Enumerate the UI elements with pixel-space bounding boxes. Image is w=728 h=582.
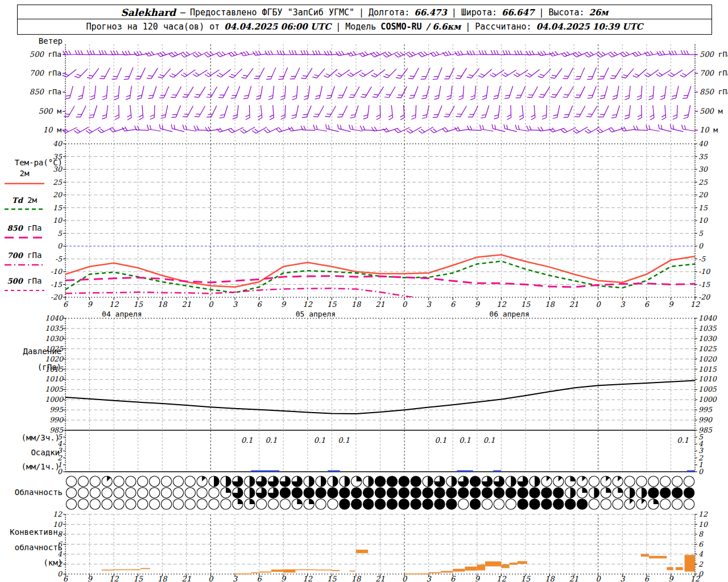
wind-level-label-850-гПа: 850 гПа (700, 88, 728, 96)
svg-text:5: 5 (57, 229, 63, 238)
svg-text:1030: 1030 (698, 334, 717, 343)
svg-text:1040: 1040 (45, 314, 64, 322)
convective-cloud-block (676, 567, 683, 570)
svg-text:12: 12 (109, 575, 119, 582)
svg-text:6: 6 (57, 540, 63, 548)
svg-text:12: 12 (303, 300, 312, 309)
svg-text:15: 15 (698, 203, 708, 212)
wind-barbs-row-500гПа (63, 50, 696, 57)
cloud-row-1 (66, 476, 694, 487)
wind-barbs-row-850гПа (65, 86, 691, 100)
convective-cloud-block (283, 569, 295, 573)
wind-level-label-500-гПа: 500 гПа (700, 50, 728, 59)
svg-text:6: 6 (257, 300, 262, 309)
convective-cloud-block (429, 572, 441, 573)
svg-text:12: 12 (497, 300, 506, 309)
svg-text:6: 6 (63, 575, 69, 582)
svg-text:3: 3 (620, 300, 626, 309)
svg-text:15: 15 (327, 300, 337, 309)
svg-text:21: 21 (569, 575, 579, 582)
svg-text:8: 8 (57, 530, 63, 538)
svg-text:6: 6 (63, 300, 69, 309)
svg-text:0.1: 0.1 (266, 436, 278, 444)
svg-text:6: 6 (644, 575, 650, 582)
convective-blocks (102, 550, 695, 574)
svg-text:0.1: 0.1 (483, 436, 495, 444)
svg-text:6: 6 (450, 300, 456, 309)
svg-text:1020: 1020 (45, 355, 64, 363)
svg-text:1020: 1020 (698, 355, 717, 363)
svg-text:18: 18 (158, 575, 168, 582)
svg-text:2: 2 (57, 560, 63, 568)
svg-text:21: 21 (375, 575, 385, 582)
precip-panel: 5544332211000.10.10.10.10.10.10.10.1 (57, 430, 704, 476)
svg-text:12: 12 (53, 510, 63, 518)
convective-cloud-block (441, 571, 453, 573)
svg-text:12: 12 (109, 300, 119, 309)
convective-panel: 1212101088664422006912151821036912151821… (53, 510, 708, 582)
wind-level-label-850-гПа: 850 гПа (30, 88, 61, 96)
svg-text:18: 18 (545, 575, 555, 582)
svg-text:10: 10 (698, 216, 708, 225)
svg-text:0.1: 0.1 (435, 436, 447, 444)
svg-text:1030: 1030 (45, 334, 64, 343)
svg-text:30: 30 (698, 165, 708, 173)
svg-text:12: 12 (690, 575, 700, 582)
svg-text:12: 12 (690, 300, 700, 309)
svg-text:1025: 1025 (698, 344, 717, 353)
svg-text:21: 21 (182, 300, 192, 309)
convective-cloud-block (510, 563, 518, 565)
wind-barbs-row-700гПа (63, 68, 694, 80)
wind-barbs-row-10м (62, 124, 695, 134)
svg-text:6: 6 (644, 300, 650, 309)
svg-text:10: 10 (53, 216, 63, 225)
convective-cloud-block (485, 562, 501, 567)
svg-text:9: 9 (281, 575, 287, 582)
svg-text:15: 15 (521, 575, 531, 582)
wind-panel: 500 гПа500 гПа700 гПа700 гПа850 гПа850 г… (30, 44, 728, 142)
svg-text:10: 10 (698, 520, 708, 529)
svg-text:40: 40 (698, 139, 708, 148)
svg-text:0: 0 (57, 467, 63, 476)
svg-text:1010: 1010 (45, 375, 64, 383)
svg-text:990: 990 (698, 415, 713, 424)
convective-cloud-block (296, 569, 316, 571)
convective-cloud-block (114, 569, 140, 571)
wind-level-label-10-м: 10 м (700, 126, 718, 134)
convective-cloud-block (667, 567, 673, 570)
wind-level-label-500-м: 500 м (39, 107, 62, 115)
svg-text:04 апреля: 04 апреля (102, 310, 142, 318)
convective-cloud-block (350, 571, 355, 572)
svg-text:4: 4 (57, 550, 63, 558)
svg-text:18: 18 (545, 300, 555, 309)
svg-text:3: 3 (233, 300, 238, 309)
convective-cloud-block (641, 554, 649, 557)
svg-text:9: 9 (475, 300, 481, 309)
svg-text:05 апреля: 05 апреля (296, 310, 336, 318)
svg-text:0: 0 (208, 300, 214, 309)
convective-cloud-block (453, 569, 465, 572)
svg-text:15: 15 (327, 575, 337, 582)
svg-text:21: 21 (569, 300, 579, 309)
svg-text:20: 20 (53, 190, 63, 199)
svg-text:0: 0 (698, 467, 704, 476)
svg-text:5: 5 (698, 229, 704, 238)
convective-cloud-block (140, 568, 150, 569)
svg-text:995: 995 (698, 405, 713, 414)
svg-text:9: 9 (87, 300, 93, 309)
svg-text:18: 18 (351, 575, 362, 582)
convective-cloud-block (685, 555, 695, 571)
svg-text:1010: 1010 (698, 375, 717, 383)
svg-text:15: 15 (53, 203, 63, 212)
svg-text:1040: 1040 (698, 314, 717, 322)
svg-text:0.1: 0.1 (459, 436, 471, 444)
svg-text:15: 15 (521, 300, 531, 309)
convective-cloud-block (332, 570, 340, 571)
svg-text:0: 0 (402, 300, 408, 309)
precip-bar (493, 471, 501, 472)
precip-bar (457, 471, 473, 472)
svg-text:1005: 1005 (45, 385, 64, 393)
svg-text:1025: 1025 (45, 344, 64, 353)
svg-text:9: 9 (87, 575, 93, 582)
wind-level-label-10-м: 10 м (43, 126, 61, 134)
